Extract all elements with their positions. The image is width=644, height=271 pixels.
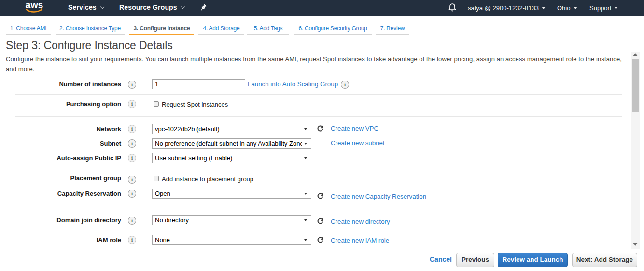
svg-text:aws: aws	[26, 1, 43, 10]
